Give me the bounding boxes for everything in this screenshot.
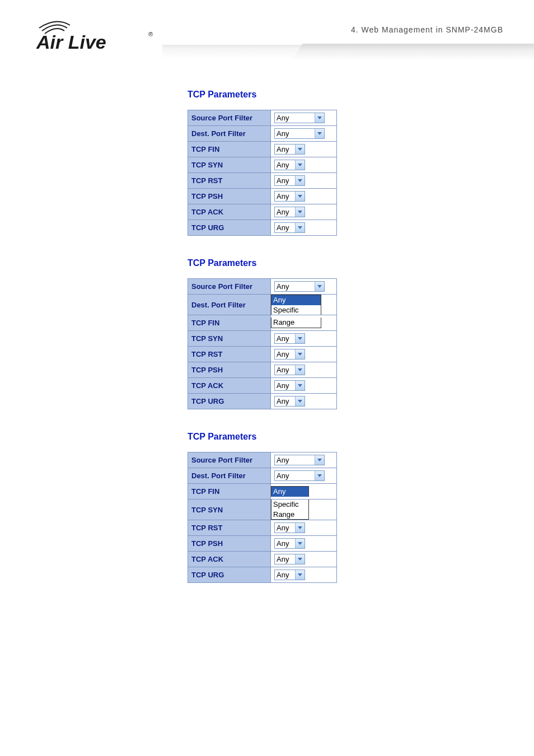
dropdown-text: Any bbox=[275, 207, 295, 217]
row-tcp-rst: TCP RSTAny bbox=[188, 173, 337, 189]
dropdown-text: Any bbox=[275, 539, 295, 548]
label: Source Port Filter bbox=[188, 452, 271, 468]
label: TCP FIN bbox=[188, 484, 271, 500]
chevron-down-icon bbox=[295, 570, 305, 580]
dropdown-text: Any bbox=[275, 192, 295, 201]
dropdown-text: Any bbox=[275, 282, 315, 291]
tcp-ack-select[interactable]: Any bbox=[274, 207, 305, 217]
dropdown-text: Any bbox=[275, 396, 295, 406]
label: Dest. Port Filter bbox=[188, 126, 271, 142]
option-specific[interactable]: Specific bbox=[271, 305, 321, 315]
option-range[interactable]: Range bbox=[271, 510, 308, 520]
tcp-psh-select[interactable]: Any bbox=[274, 538, 305, 549]
chevron-down-icon bbox=[295, 223, 305, 232]
chevron-down-icon bbox=[315, 129, 324, 138]
chevron-down-icon bbox=[295, 381, 305, 390]
logo: Air Live ® bbox=[36, 20, 154, 55]
dropdown-text: Any bbox=[275, 570, 295, 580]
label: TCP ACK bbox=[188, 552, 271, 567]
tcp-ack-select[interactable]: Any bbox=[274, 554, 305, 564]
tcp-urg-select[interactable]: Any bbox=[274, 570, 305, 580]
tcp-params-table-2: Source Port Filter Any Dest. Port Filter… bbox=[188, 278, 337, 409]
breadcrumb: 4. Web Management in SNMP-24MGB bbox=[351, 25, 503, 34]
source-port-filter-options[interactable]: Any Specific bbox=[271, 295, 321, 315]
label: TCP ACK bbox=[188, 204, 271, 220]
row-dest-port-filter: Dest. Port Filter Any bbox=[188, 468, 337, 484]
label: TCP RST bbox=[188, 347, 271, 362]
chevron-down-icon bbox=[315, 282, 324, 291]
dropdown-text: Any bbox=[275, 381, 295, 390]
label: TCP URG bbox=[188, 220, 271, 236]
row-tcp-urg: TCP URGAny bbox=[188, 567, 337, 583]
tcp-rst-select[interactable]: Any bbox=[274, 175, 305, 186]
label: TCP PSH bbox=[188, 536, 271, 552]
label: TCP ACK bbox=[188, 378, 271, 394]
option-any[interactable]: Any bbox=[271, 295, 321, 305]
tcp-ack-select[interactable]: Any bbox=[274, 380, 305, 391]
option-range[interactable]: Range bbox=[271, 318, 321, 328]
section-title: TCP Parameters bbox=[188, 90, 501, 100]
svg-text:Air Live: Air Live bbox=[36, 31, 106, 53]
row-dest-port-filter: Dest. Port Filter Any bbox=[188, 126, 337, 142]
chevron-down-icon bbox=[295, 365, 305, 375]
dropdown-text: Any bbox=[275, 176, 295, 185]
row-tcp-fin: TCP FINAny bbox=[188, 142, 337, 157]
row-tcp-psh: TCP PSHAny bbox=[188, 189, 337, 204]
row-source-port-filter: Source Port Filter Any bbox=[188, 452, 337, 468]
dropdown-text: Any bbox=[275, 523, 295, 533]
row-tcp-psh: TCP PSHAny bbox=[188, 362, 337, 378]
tcp-syn-select[interactable]: Any bbox=[274, 160, 305, 170]
row-tcp-urg: TCP URGAny bbox=[188, 394, 337, 409]
tcp-urg-select[interactable]: Any bbox=[274, 396, 305, 407]
label: TCP RST bbox=[188, 520, 271, 536]
source-port-filter-select[interactable]: Any bbox=[274, 455, 325, 465]
label: Source Port Filter bbox=[188, 110, 271, 126]
row-tcp-ack: TCP ACKAny bbox=[188, 552, 337, 567]
page-header: Air Live ® 4. Web Management in SNMP-24M… bbox=[0, 0, 534, 56]
tcp-psh-select[interactable]: Any bbox=[274, 191, 305, 202]
dropdown-text: Any bbox=[275, 160, 295, 170]
dropdown-text: Any bbox=[275, 455, 315, 465]
section-title: TCP Parameters bbox=[188, 258, 501, 268]
dest-port-filter-select[interactable]: Any bbox=[274, 470, 325, 481]
tcp-rst-select[interactable]: Any bbox=[274, 522, 305, 533]
tcp-syn-select[interactable]: Any bbox=[274, 333, 305, 344]
label: TCP SYN bbox=[188, 500, 271, 520]
label: Source Port Filter bbox=[188, 279, 271, 295]
chevron-down-icon bbox=[295, 160, 305, 170]
dropdown-text: Any bbox=[275, 129, 315, 138]
tcp-fin-select[interactable]: Any bbox=[274, 144, 305, 155]
source-port-filter-select[interactable]: Any bbox=[274, 281, 325, 292]
chevron-down-icon bbox=[295, 176, 305, 185]
source-port-filter-select[interactable]: Any bbox=[274, 113, 325, 123]
row-tcp-rst: TCP RSTAny bbox=[188, 347, 337, 362]
dropdown-text: Any bbox=[275, 471, 315, 480]
row-tcp-ack: TCP ACKAny bbox=[188, 204, 337, 220]
chevron-down-icon bbox=[295, 349, 305, 359]
row-tcp-syn: TCP SYNAny bbox=[188, 157, 337, 173]
row-source-port-filter: Source Port Filter Any bbox=[188, 110, 337, 126]
row-tcp-fin: TCP FIN Any bbox=[188, 484, 337, 500]
dest-port-filter-select[interactable]: Any bbox=[274, 128, 325, 139]
label: TCP SYN bbox=[188, 157, 271, 173]
tcp-rst-select[interactable]: Any bbox=[274, 349, 305, 360]
label: TCP FIN bbox=[188, 142, 271, 157]
value-cell: Any bbox=[271, 110, 337, 126]
dropdown-text: Any bbox=[275, 113, 315, 123]
dest-port-filter-options-cont[interactable]: Specific Range bbox=[271, 500, 309, 520]
dropdown-text: Any bbox=[275, 144, 295, 154]
option-specific[interactable]: Specific bbox=[271, 500, 308, 510]
tcp-psh-select[interactable]: Any bbox=[274, 365, 305, 375]
option-any[interactable]: Any bbox=[271, 487, 308, 497]
label: TCP PSH bbox=[188, 189, 271, 204]
dropdown-text: Any bbox=[275, 349, 295, 359]
label: Dest. Port Filter bbox=[188, 468, 271, 484]
source-port-filter-options-cont[interactable]: Range bbox=[271, 318, 321, 328]
label: TCP FIN bbox=[188, 315, 271, 331]
chevron-down-icon bbox=[315, 471, 324, 480]
dest-port-filter-options[interactable]: Any bbox=[271, 486, 309, 497]
tcp-urg-select[interactable]: Any bbox=[274, 222, 305, 233]
row-source-port-filter: Source Port Filter Any bbox=[188, 279, 337, 295]
chevron-down-icon bbox=[295, 523, 305, 533]
chevron-down-icon bbox=[295, 539, 305, 548]
